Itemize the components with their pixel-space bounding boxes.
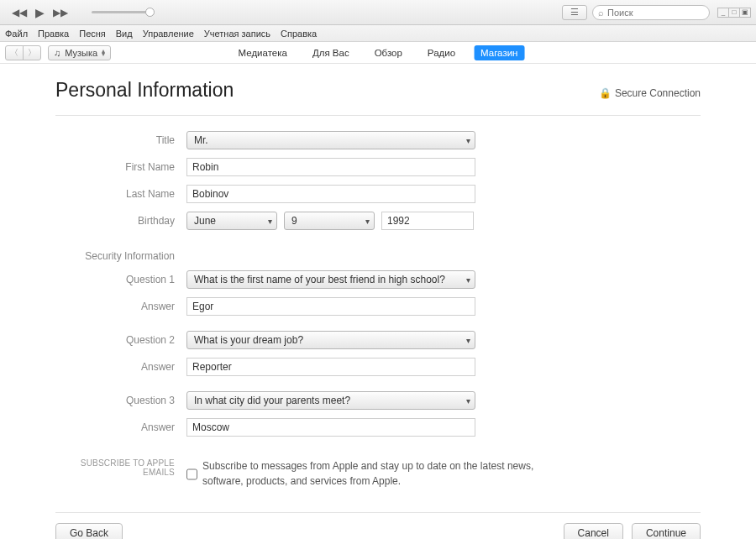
- tab-browse[interactable]: Обзор: [368, 45, 409, 60]
- playback-controls: ◀◀ ▶ ▶▶: [12, 6, 150, 19]
- minimize-icon[interactable]: _: [717, 8, 729, 18]
- media-type-label: Музыка: [65, 48, 97, 58]
- app-menubar: Файл Правка Песня Вид Управление Учетная…: [0, 25, 756, 42]
- birthday-month-select[interactable]: June: [186, 212, 277, 230]
- answer-2-input[interactable]: [186, 358, 475, 376]
- subscribe-checkbox[interactable]: [186, 460, 197, 489]
- section-subscribe: SUBSCRIBE TO APPLE EMAILS: [55, 458, 186, 489]
- music-note-icon: ♫: [54, 48, 60, 58]
- section-security: Security Information: [55, 250, 186, 262]
- nav-forward-button[interactable]: 〉: [23, 45, 41, 60]
- nav-back-button[interactable]: 〈: [5, 45, 24, 60]
- play-icon[interactable]: ▶: [35, 6, 45, 19]
- main-content: Personal Information 🔒 Secure Connection…: [0, 64, 756, 539]
- media-type-selector[interactable]: ♫ Музыка ▴▾: [48, 45, 111, 60]
- last-name-input[interactable]: [186, 185, 475, 203]
- secure-label: Secure Connection: [615, 87, 701, 99]
- label-answer-1: Answer: [55, 301, 186, 312]
- label-question-3: Question 3: [55, 395, 186, 406]
- maximize-icon[interactable]: □: [728, 8, 740, 18]
- player-toolbar: ◀◀ ▶ ▶▶ ☰ ⌕ _ □ ▣: [0, 0, 756, 25]
- prev-track-icon[interactable]: ◀◀: [12, 7, 27, 18]
- answer-1-input[interactable]: [186, 297, 475, 316]
- volume-slider[interactable]: [92, 11, 150, 13]
- tab-store[interactable]: Магазин: [474, 45, 524, 60]
- question-3-select[interactable]: In what city did your parents meet?: [186, 391, 475, 410]
- label-last-name: Last Name: [55, 188, 186, 200]
- question-1-select[interactable]: What is the first name of your best frie…: [186, 270, 475, 289]
- answer-3-input[interactable]: [186, 418, 475, 437]
- menu-controls[interactable]: Управление: [143, 29, 194, 39]
- search-field[interactable]: [607, 8, 704, 18]
- tab-for-you[interactable]: Для Вас: [306, 45, 356, 60]
- menu-file[interactable]: Файл: [5, 29, 28, 39]
- next-track-icon[interactable]: ▶▶: [53, 7, 68, 18]
- search-icon: ⌕: [598, 8, 604, 18]
- go-back-button[interactable]: Go Back: [55, 523, 123, 539]
- question-2-select[interactable]: What is your dream job?: [186, 331, 475, 349]
- tab-library[interactable]: Медиатека: [232, 45, 294, 60]
- secure-connection-badge: 🔒 Secure Connection: [599, 87, 701, 99]
- label-birthday: Birthday: [55, 215, 186, 227]
- menu-song[interactable]: Песня: [79, 29, 106, 39]
- label-question-1: Question 1: [55, 274, 186, 285]
- sub-navigation: 〈 〉 ♫ Музыка ▴▾ Медиатека Для Вас Обзор …: [0, 42, 756, 64]
- window-controls: _ □ ▣: [718, 8, 751, 18]
- label-title: Title: [55, 134, 186, 146]
- label-answer-3: Answer: [55, 421, 186, 433]
- page-title: Personal Information: [55, 79, 234, 102]
- cancel-button[interactable]: Cancel: [564, 523, 623, 539]
- menu-account[interactable]: Учетная запись: [204, 29, 270, 39]
- menu-view[interactable]: Вид: [116, 29, 133, 39]
- search-input[interactable]: ⌕: [592, 5, 710, 20]
- continue-button[interactable]: Continue: [632, 523, 701, 539]
- birthday-year-input[interactable]: [381, 212, 474, 230]
- lock-icon: 🔒: [599, 87, 612, 99]
- birthday-day-select[interactable]: 9: [284, 212, 375, 230]
- tab-radio[interactable]: Радио: [421, 45, 462, 60]
- menu-help[interactable]: Справка: [281, 29, 317, 39]
- restore-icon[interactable]: ▣: [739, 8, 751, 18]
- title-select[interactable]: Mr.: [186, 131, 475, 149]
- list-view-icon[interactable]: ☰: [562, 5, 587, 20]
- label-answer-2: Answer: [55, 361, 186, 373]
- subscribe-text: Subscribe to messages from Apple and sta…: [202, 458, 573, 489]
- first-name-input[interactable]: [186, 158, 475, 176]
- label-question-2: Question 2: [55, 334, 186, 346]
- menu-edit[interactable]: Правка: [38, 29, 69, 39]
- label-first-name: First Name: [55, 161, 186, 173]
